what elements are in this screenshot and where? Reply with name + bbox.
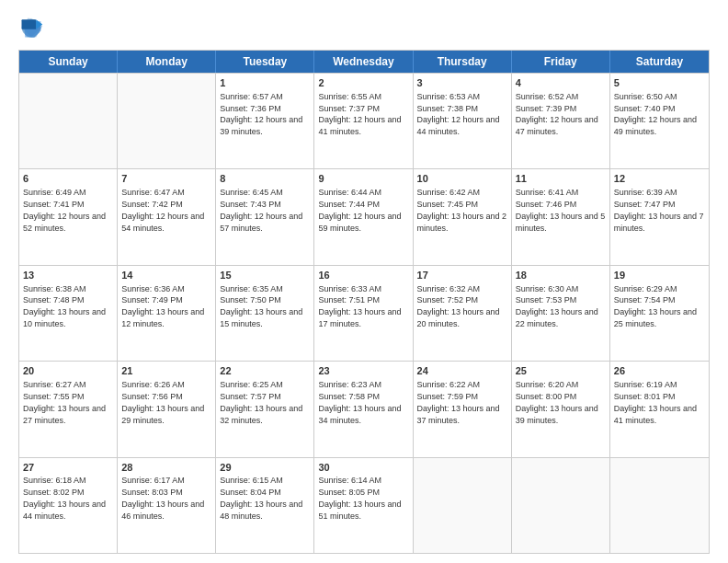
day-number: 9 (318, 172, 408, 186)
day-number: 7 (121, 172, 211, 186)
day-number: 24 (417, 364, 507, 378)
daylight: Daylight: 13 hours and 7 minutes. (614, 212, 704, 233)
sunrise: Sunrise: 6:32 AM (417, 284, 481, 293)
calendar-cell: 14Sunrise: 6:36 AMSunset: 7:49 PMDayligh… (118, 266, 216, 361)
calendar-cell: 22Sunrise: 6:25 AMSunset: 7:57 PMDayligh… (216, 362, 314, 456)
sunset: Sunset: 7:46 PM (516, 200, 577, 209)
calendar-cell: 2Sunrise: 6:55 AMSunset: 7:37 PMDaylight… (314, 74, 413, 168)
daylight: Daylight: 13 hours and 32 minutes. (220, 404, 302, 425)
sunset: Sunset: 7:55 PM (23, 392, 85, 401)
daylight: Daylight: 13 hours and 10 minutes. (23, 307, 106, 328)
sunrise: Sunrise: 6:29 AM (614, 284, 677, 293)
daylight: Daylight: 13 hours and 5 minutes. (516, 212, 606, 233)
daylight: Daylight: 13 hours and 22 minutes. (516, 307, 598, 328)
daylight: Daylight: 12 hours and 41 minutes. (318, 115, 401, 136)
calendar-cell (19, 74, 118, 168)
day-number: 10 (417, 172, 507, 186)
sunset: Sunset: 8:05 PM (318, 488, 380, 497)
daylight: Daylight: 13 hours and 44 minutes. (23, 500, 106, 521)
daylight: Daylight: 13 hours and 2 minutes. (417, 212, 507, 233)
calendar-cell: 30Sunrise: 6:14 AMSunset: 8:05 PMDayligh… (314, 458, 413, 553)
logo-icon (18, 15, 44, 40)
calendar-cell: 25Sunrise: 6:20 AMSunset: 8:00 PMDayligh… (512, 362, 610, 456)
sunset: Sunset: 7:38 PM (417, 104, 479, 113)
sunrise: Sunrise: 6:50 AM (614, 92, 677, 101)
sunset: Sunset: 8:03 PM (121, 488, 183, 497)
calendar-week: 27Sunrise: 6:18 AMSunset: 8:02 PMDayligh… (19, 457, 709, 553)
day-number: 18 (516, 269, 606, 282)
daylight: Daylight: 13 hours and 46 minutes. (121, 500, 204, 521)
sunrise: Sunrise: 6:23 AM (318, 380, 381, 389)
day-number: 5 (614, 76, 705, 90)
calendar-cell: 11Sunrise: 6:41 AMSunset: 7:46 PMDayligh… (512, 169, 610, 264)
day-number: 11 (516, 172, 606, 186)
sunrise: Sunrise: 6:53 AM (417, 92, 481, 101)
day-number: 1 (220, 76, 310, 90)
calendar-cell: 28Sunrise: 6:17 AMSunset: 8:03 PMDayligh… (118, 458, 216, 553)
sunrise: Sunrise: 6:38 AM (23, 284, 86, 293)
logo (18, 15, 48, 40)
calendar-cell: 19Sunrise: 6:29 AMSunset: 7:54 PMDayligh… (610, 266, 709, 361)
sunrise: Sunrise: 6:49 AM (23, 188, 86, 197)
sunrise: Sunrise: 6:18 AM (23, 476, 86, 485)
daylight: Daylight: 12 hours and 47 minutes. (516, 115, 598, 136)
daylight: Daylight: 13 hours and 20 minutes. (417, 307, 500, 328)
sunrise: Sunrise: 6:35 AM (220, 284, 283, 293)
sunset: Sunset: 7:47 PM (614, 200, 676, 209)
calendar-header: SundayMondayTuesdayWednesdayThursdayFrid… (19, 51, 709, 73)
daylight: Daylight: 13 hours and 25 minutes. (614, 307, 697, 328)
day-number: 19 (614, 269, 705, 282)
calendar-cell: 13Sunrise: 6:38 AMSunset: 7:48 PMDayligh… (19, 266, 118, 361)
page: SundayMondayTuesdayWednesdayThursdayFrid… (0, 0, 728, 563)
sunset: Sunset: 7:53 PM (516, 295, 577, 304)
sunrise: Sunrise: 6:36 AM (121, 284, 185, 293)
day-number: 21 (121, 364, 211, 378)
sunset: Sunset: 7:48 PM (23, 295, 85, 304)
sunset: Sunset: 7:39 PM (516, 104, 577, 113)
calendar-cell: 8Sunrise: 6:45 AMSunset: 7:43 PMDaylight… (216, 169, 314, 264)
sunset: Sunset: 7:52 PM (417, 295, 479, 304)
calendar-cell: 24Sunrise: 6:22 AMSunset: 7:59 PMDayligh… (414, 362, 512, 456)
weekday-header: Wednesday (314, 51, 413, 73)
sunrise: Sunrise: 6:19 AM (614, 380, 677, 389)
day-number: 13 (23, 269, 113, 282)
calendar-cell: 3Sunrise: 6:53 AMSunset: 7:38 PMDaylight… (414, 74, 512, 168)
sunset: Sunset: 7:41 PM (23, 200, 85, 209)
day-number: 14 (121, 269, 211, 282)
calendar-cell (118, 74, 216, 168)
sunrise: Sunrise: 6:15 AM (220, 476, 283, 485)
calendar-cell: 1Sunrise: 6:57 AMSunset: 7:36 PMDaylight… (216, 74, 314, 168)
calendar-cell: 29Sunrise: 6:15 AMSunset: 8:04 PMDayligh… (216, 458, 314, 553)
daylight: Daylight: 12 hours and 44 minutes. (417, 115, 500, 136)
calendar-cell: 15Sunrise: 6:35 AMSunset: 7:50 PMDayligh… (216, 266, 314, 361)
sunset: Sunset: 7:36 PM (220, 104, 281, 113)
sunrise: Sunrise: 6:57 AM (220, 92, 283, 101)
calendar-week: 6Sunrise: 6:49 AMSunset: 7:41 PMDaylight… (19, 168, 709, 264)
calendar-cell (610, 458, 709, 553)
daylight: Daylight: 13 hours and 51 minutes. (318, 500, 401, 521)
sunset: Sunset: 7:54 PM (614, 295, 676, 304)
daylight: Daylight: 13 hours and 41 minutes. (614, 404, 697, 425)
sunrise: Sunrise: 6:47 AM (121, 188, 185, 197)
daylight: Daylight: 12 hours and 57 minutes. (220, 212, 302, 233)
calendar-cell: 20Sunrise: 6:27 AMSunset: 7:55 PMDayligh… (19, 362, 118, 456)
calendar-week: 1Sunrise: 6:57 AMSunset: 7:36 PMDaylight… (19, 73, 709, 168)
calendar-week: 13Sunrise: 6:38 AMSunset: 7:48 PMDayligh… (19, 265, 709, 361)
sunrise: Sunrise: 6:30 AM (516, 284, 579, 293)
weekday-header: Sunday (19, 51, 118, 73)
day-number: 28 (121, 461, 211, 475)
header (18, 15, 710, 40)
day-number: 12 (614, 172, 705, 186)
daylight: Daylight: 12 hours and 39 minutes. (220, 115, 302, 136)
calendar-cell: 26Sunrise: 6:19 AMSunset: 8:01 PMDayligh… (610, 362, 709, 456)
sunset: Sunset: 8:01 PM (614, 392, 676, 401)
sunrise: Sunrise: 6:25 AM (220, 380, 283, 389)
sunrise: Sunrise: 6:39 AM (614, 188, 677, 197)
sunset: Sunset: 8:00 PM (516, 392, 577, 401)
sunset: Sunset: 8:02 PM (23, 488, 85, 497)
calendar-cell: 16Sunrise: 6:33 AMSunset: 7:51 PMDayligh… (314, 266, 413, 361)
daylight: Daylight: 12 hours and 52 minutes. (23, 212, 106, 233)
sunrise: Sunrise: 6:14 AM (318, 476, 381, 485)
calendar-cell: 7Sunrise: 6:47 AMSunset: 7:42 PMDaylight… (118, 169, 216, 264)
weekday-header: Friday (512, 51, 610, 73)
